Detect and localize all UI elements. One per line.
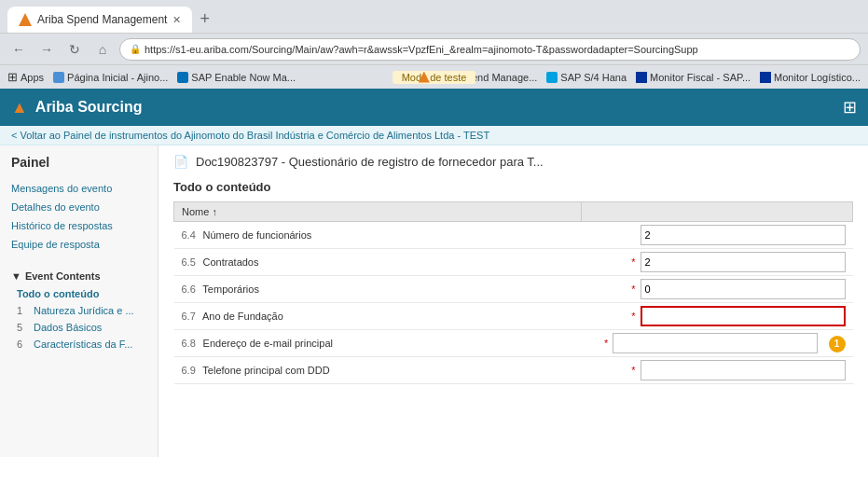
refresh-button[interactable]: ↻: [63, 38, 86, 61]
apps-grid-icon[interactable]: ⊞: [843, 98, 857, 117]
row-6-8-input-cell: * 1: [581, 330, 852, 357]
tab-close-button[interactable]: ✕: [172, 14, 181, 26]
row-6-8-input[interactable]: [613, 333, 818, 353]
row-6-6-input-cell: *: [581, 276, 852, 303]
row-6-6-label: 6.6 Temporários: [174, 276, 582, 303]
page-icon: [53, 72, 64, 83]
dados-num: 5: [17, 322, 30, 333]
row-6-4-label: 6.4 Número de funcionários: [174, 222, 582, 249]
monitor-logistico-icon: [760, 72, 771, 83]
header-right: ⊞: [843, 97, 857, 118]
row-6-9-input[interactable]: [641, 360, 846, 380]
mode-badge: Modo de teste: [393, 71, 476, 84]
sidebar-detalhes[interactable]: Detalhes do evento: [0, 198, 158, 216]
row-label: Temporários: [202, 283, 259, 295]
row-num: 6.6: [182, 283, 200, 295]
caracteristicas-label: Características da F...: [34, 339, 132, 350]
sidebar-historico[interactable]: Histórico de respostas: [0, 216, 158, 235]
monitor-fiscal-label: Monitor Fiscal - SAP...: [650, 72, 751, 83]
required-star: *: [631, 256, 635, 268]
bookmark-apps[interactable]: ⊞ Apps: [7, 70, 44, 84]
row-label: Ano de Fundação: [202, 311, 283, 322]
doc-icon: 📄: [173, 155, 188, 169]
row-label: Telefone principal com DDD: [202, 365, 329, 376]
new-tab-button[interactable]: +: [192, 6, 217, 33]
sap-enable-label: SAP Enable Now Ma...: [191, 72, 296, 83]
row-label: Número de funcionários: [203, 229, 312, 241]
row-6-7-input[interactable]: [641, 306, 846, 326]
app-title: Ariba Sourcing: [35, 99, 143, 116]
row-num: 6.5: [182, 256, 200, 268]
address-bar[interactable]: 🔒 https://s1-eu.ariba.com/Sourcing/Main/…: [119, 38, 861, 61]
row-6-9-label: 6.9 Telefone principal com DDD: [174, 357, 582, 384]
sidebar-natureza[interactable]: 1 Natureza Jurídica e ...: [0, 302, 158, 319]
row-num: 6.7: [182, 311, 200, 322]
required-star: *: [604, 338, 608, 349]
tab-favicon: [19, 13, 32, 26]
sidebar-equipe[interactable]: Equipe de resposta: [0, 235, 158, 254]
app-wrapper: ▲ Ariba Sourcing ⊞ < Voltar ao Painel de…: [0, 89, 868, 484]
row-num: 6.4: [182, 229, 200, 241]
content-area: 📄 Doc190823797 - Questionário de registr…: [158, 145, 868, 457]
monitor-logistico-label: Monitor Logístico...: [774, 72, 861, 83]
hana-label: SAP S/4 Hana: [560, 72, 627, 83]
forward-button[interactable]: →: [35, 38, 58, 61]
row-6-4-input[interactable]: [641, 225, 846, 245]
table-header-value: [581, 202, 852, 222]
annotation-bubble-1: 1: [829, 336, 846, 353]
table-row: 6.4 Número de funcionários: [174, 222, 853, 249]
sap-icon: [177, 72, 188, 83]
main-layout: Painel Mensagens do evento Detalhes do e…: [0, 145, 868, 457]
row-6-4-input-cell: [581, 222, 852, 249]
bookmark-sap-enable[interactable]: SAP Enable Now Ma...: [177, 72, 296, 83]
sidebar-todo[interactable]: Todo o conteúdo: [0, 285, 158, 302]
tab-bar: Ariba Spend Management ✕ +: [7, 0, 217, 33]
section-arrow-icon: ▼: [11, 270, 21, 282]
row-6-7-input-cell: *: [581, 303, 852, 330]
hana-icon: [546, 72, 558, 83]
active-tab[interactable]: Ariba Spend Management ✕: [7, 7, 192, 33]
sidebar-section-title: ▼ Event Contents: [0, 267, 158, 285]
tab-label: Ariba Spend Management: [37, 13, 167, 26]
required-star: *: [631, 365, 635, 376]
row-6-5-input-cell: *: [581, 249, 852, 276]
table-header-name: Nome ↑: [174, 202, 582, 222]
dados-label: Dados Básicos: [34, 322, 102, 333]
doc-title: Doc190823797 - Questionário de registro …: [196, 155, 544, 169]
sidebar-dados[interactable]: 5 Dados Básicos: [0, 319, 158, 336]
back-button[interactable]: ←: [7, 38, 30, 61]
pagina-label: Página Inicial - Ajino...: [67, 72, 168, 83]
lock-icon: 🔒: [130, 44, 141, 54]
section-title-label: Event Contents: [25, 270, 101, 282]
doc-title-row: 📄 Doc190823797 - Questionário de registr…: [173, 155, 853, 169]
app-header: ▲ Ariba Sourcing ⊞: [0, 89, 868, 126]
todo-label: Todo o conteúdo: [17, 288, 99, 299]
address-text: https://s1-eu.ariba.com/Sourcing/Main/aw…: [145, 44, 698, 55]
row-label: Endereço de e-mail principal: [203, 338, 333, 349]
row-6-6-input[interactable]: [641, 279, 846, 299]
bookmark-monitor-fiscal[interactable]: Monitor Fiscal - SAP...: [636, 72, 751, 83]
row-6-5-label: 6.5 Contratados: [174, 249, 582, 276]
apps-label: Apps: [21, 72, 44, 83]
row-6-9-input-cell: *: [581, 357, 852, 384]
table-row: 6.6 Temporários *: [174, 276, 853, 303]
sidebar: Painel Mensagens do evento Detalhes do e…: [0, 145, 158, 457]
section-title: Todo o conteúdo: [173, 180, 853, 194]
bookmark-hana[interactable]: SAP S/4 Hana: [546, 72, 627, 83]
sidebar-mensagens[interactable]: Mensagens do evento: [0, 179, 158, 198]
table-row: 6.7 Ano de Fundação *: [174, 303, 853, 330]
sidebar-links: Mensagens do evento Detalhes do evento H…: [0, 179, 158, 254]
home-button[interactable]: ⌂: [91, 38, 114, 61]
row-6-5-input[interactable]: [641, 252, 846, 272]
breadcrumb-link[interactable]: < Voltar ao Painel de instrumentos do Aj…: [11, 130, 489, 141]
apps-grid-icon: ⊞: [7, 70, 18, 84]
required-star: *: [631, 283, 635, 295]
sidebar-event-contents: ▼ Event Contents Todo o conteúdo 1 Natur…: [0, 267, 158, 353]
sidebar-title: Painel: [0, 155, 158, 179]
table-row: 6.9 Telefone principal com DDD *: [174, 357, 853, 384]
sidebar-caracteristicas[interactable]: 6 Características da F...: [0, 336, 158, 353]
row-6-7-label: 6.7 Ano de Fundação: [174, 303, 582, 330]
breadcrumb-bar: < Voltar ao Painel de instrumentos do Aj…: [0, 126, 868, 145]
bookmark-pagina[interactable]: Página Inicial - Ajino...: [53, 72, 168, 83]
bookmark-monitor-logistico[interactable]: Monitor Logístico...: [760, 72, 861, 83]
